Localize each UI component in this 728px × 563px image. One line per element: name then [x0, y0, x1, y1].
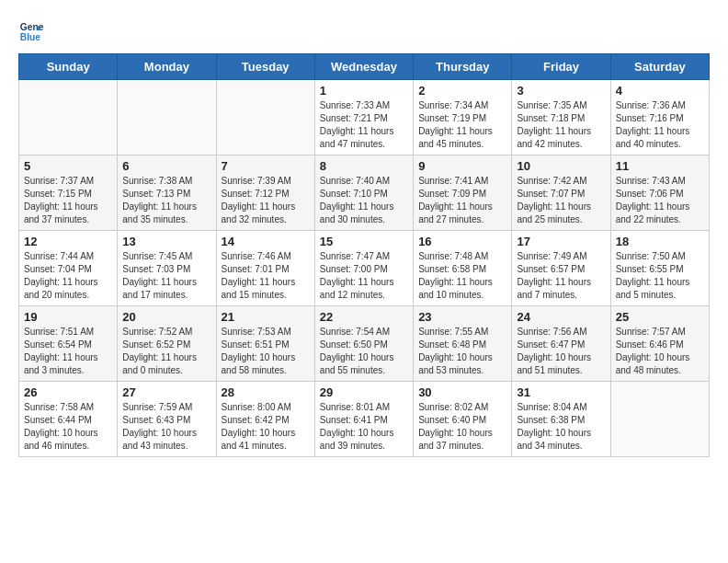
day-number: 23 — [418, 310, 506, 324]
calendar-cell: 21Sunrise: 7:53 AM Sunset: 6:51 PM Dayli… — [216, 306, 314, 382]
day-number: 4 — [616, 84, 704, 98]
day-info: Sunrise: 7:47 AM Sunset: 7:00 PM Dayligh… — [320, 250, 408, 302]
calendar-cell: 11Sunrise: 7:43 AM Sunset: 7:06 PM Dayli… — [610, 155, 709, 231]
day-number: 7 — [222, 159, 310, 173]
calendar-cell: 7Sunrise: 7:39 AM Sunset: 7:12 PM Daylig… — [216, 155, 314, 231]
calendar-cell: 15Sunrise: 7:47 AM Sunset: 7:00 PM Dayli… — [314, 231, 413, 306]
day-info: Sunrise: 8:00 AM Sunset: 6:42 PM Dayligh… — [222, 401, 310, 453]
weekday-header: Friday — [512, 54, 610, 80]
calendar-cell: 20Sunrise: 7:52 AM Sunset: 6:52 PM Dayli… — [118, 306, 216, 382]
calendar-cell: 2Sunrise: 7:34 AM Sunset: 7:19 PM Daylig… — [414, 80, 512, 155]
day-info: Sunrise: 8:04 AM Sunset: 6:38 PM Dayligh… — [517, 401, 605, 453]
day-info: Sunrise: 7:57 AM Sunset: 6:46 PM Dayligh… — [616, 326, 704, 377]
svg-text:Blue: Blue — [20, 32, 41, 42]
calendar-cell: 26Sunrise: 7:58 AM Sunset: 6:44 PM Dayli… — [19, 382, 118, 457]
day-number: 12 — [24, 235, 112, 248]
day-info: Sunrise: 7:42 AM Sunset: 7:07 PM Dayligh… — [517, 175, 605, 226]
calendar-cell — [216, 80, 314, 155]
day-info: Sunrise: 7:44 AM Sunset: 7:04 PM Dayligh… — [24, 250, 112, 302]
day-info: Sunrise: 7:33 AM Sunset: 7:21 PM Dayligh… — [320, 99, 408, 151]
calendar-cell: 1Sunrise: 7:33 AM Sunset: 7:21 PM Daylig… — [314, 80, 413, 155]
weekday-header: Thursday — [414, 54, 512, 80]
day-number: 3 — [517, 84, 605, 98]
day-number: 14 — [222, 235, 310, 248]
day-number: 19 — [24, 310, 112, 324]
calendar-cell: 29Sunrise: 8:01 AM Sunset: 6:41 PM Dayli… — [314, 382, 413, 457]
day-number: 17 — [517, 235, 605, 248]
weekday-header: Saturday — [610, 54, 709, 80]
day-info: Sunrise: 7:52 AM Sunset: 6:52 PM Dayligh… — [122, 326, 210, 377]
day-info: Sunrise: 7:41 AM Sunset: 7:09 PM Dayligh… — [418, 175, 506, 226]
calendar-cell: 8Sunrise: 7:40 AM Sunset: 7:10 PM Daylig… — [314, 155, 413, 231]
calendar-cell: 19Sunrise: 7:51 AM Sunset: 6:54 PM Dayli… — [19, 306, 118, 382]
calendar-cell: 3Sunrise: 7:35 AM Sunset: 7:18 PM Daylig… — [512, 80, 610, 155]
svg-text:General: General — [20, 22, 44, 32]
day-info: Sunrise: 7:49 AM Sunset: 6:57 PM Dayligh… — [517, 250, 605, 302]
calendar-cell: 31Sunrise: 8:04 AM Sunset: 6:38 PM Dayli… — [512, 382, 610, 457]
calendar-week-row: 26Sunrise: 7:58 AM Sunset: 6:44 PM Dayli… — [19, 382, 710, 457]
day-number: 30 — [418, 385, 506, 399]
day-info: Sunrise: 7:35 AM Sunset: 7:18 PM Dayligh… — [517, 99, 605, 151]
day-info: Sunrise: 7:48 AM Sunset: 6:58 PM Dayligh… — [418, 250, 506, 302]
day-info: Sunrise: 7:46 AM Sunset: 7:01 PM Dayligh… — [222, 250, 310, 302]
day-info: Sunrise: 7:34 AM Sunset: 7:19 PM Dayligh… — [418, 99, 506, 151]
weekday-header: Tuesday — [216, 54, 314, 80]
day-info: Sunrise: 7:53 AM Sunset: 6:51 PM Dayligh… — [222, 326, 310, 377]
day-info: Sunrise: 7:45 AM Sunset: 7:03 PM Dayligh… — [122, 250, 210, 302]
day-number: 5 — [24, 159, 112, 173]
day-number: 15 — [320, 235, 408, 248]
day-number: 1 — [320, 84, 408, 98]
day-number: 2 — [418, 84, 506, 98]
calendar-cell: 10Sunrise: 7:42 AM Sunset: 7:07 PM Dayli… — [512, 155, 610, 231]
day-number: 27 — [122, 385, 210, 399]
day-info: Sunrise: 8:02 AM Sunset: 6:40 PM Dayligh… — [418, 401, 506, 453]
day-info: Sunrise: 7:50 AM Sunset: 6:55 PM Dayligh… — [616, 250, 704, 302]
day-number: 18 — [616, 235, 704, 248]
day-number: 9 — [418, 159, 506, 173]
calendar-cell: 4Sunrise: 7:36 AM Sunset: 7:16 PM Daylig… — [610, 80, 709, 155]
day-number: 21 — [222, 310, 310, 324]
day-info: Sunrise: 7:55 AM Sunset: 6:48 PM Dayligh… — [418, 326, 506, 377]
calendar-cell: 23Sunrise: 7:55 AM Sunset: 6:48 PM Dayli… — [414, 306, 512, 382]
calendar-cell: 6Sunrise: 7:38 AM Sunset: 7:13 PM Daylig… — [118, 155, 216, 231]
page-header: General Blue — [18, 18, 710, 44]
day-info: Sunrise: 7:36 AM Sunset: 7:16 PM Dayligh… — [616, 99, 704, 151]
calendar-cell: 27Sunrise: 7:59 AM Sunset: 6:43 PM Dayli… — [118, 382, 216, 457]
calendar-cell: 18Sunrise: 7:50 AM Sunset: 6:55 PM Dayli… — [610, 231, 709, 306]
calendar-cell: 12Sunrise: 7:44 AM Sunset: 7:04 PM Dayli… — [19, 231, 118, 306]
day-number: 8 — [320, 159, 408, 173]
day-number: 11 — [616, 159, 704, 173]
calendar-cell: 24Sunrise: 7:56 AM Sunset: 6:47 PM Dayli… — [512, 306, 610, 382]
day-number: 26 — [24, 385, 112, 399]
calendar-week-row: 1Sunrise: 7:33 AM Sunset: 7:21 PM Daylig… — [19, 80, 710, 155]
calendar-table: SundayMondayTuesdayWednesdayThursdayFrid… — [18, 53, 710, 457]
day-number: 25 — [616, 310, 704, 324]
calendar-cell: 17Sunrise: 7:49 AM Sunset: 6:57 PM Dayli… — [512, 231, 610, 306]
day-number: 31 — [517, 385, 605, 399]
day-info: Sunrise: 7:37 AM Sunset: 7:15 PM Dayligh… — [24, 175, 112, 226]
day-number: 22 — [320, 310, 408, 324]
weekday-header: Sunday — [19, 54, 118, 80]
day-number: 16 — [418, 235, 506, 248]
day-info: Sunrise: 7:59 AM Sunset: 6:43 PM Dayligh… — [122, 401, 210, 453]
day-info: Sunrise: 7:51 AM Sunset: 6:54 PM Dayligh… — [24, 326, 112, 377]
calendar-cell: 5Sunrise: 7:37 AM Sunset: 7:15 PM Daylig… — [19, 155, 118, 231]
day-number: 28 — [222, 385, 310, 399]
calendar-week-row: 19Sunrise: 7:51 AM Sunset: 6:54 PM Dayli… — [19, 306, 710, 382]
day-info: Sunrise: 7:40 AM Sunset: 7:10 PM Dayligh… — [320, 175, 408, 226]
calendar-week-row: 5Sunrise: 7:37 AM Sunset: 7:15 PM Daylig… — [19, 155, 710, 231]
calendar-cell: 16Sunrise: 7:48 AM Sunset: 6:58 PM Dayli… — [414, 231, 512, 306]
weekday-header: Wednesday — [314, 54, 413, 80]
calendar-cell: 13Sunrise: 7:45 AM Sunset: 7:03 PM Dayli… — [118, 231, 216, 306]
day-info: Sunrise: 7:58 AM Sunset: 6:44 PM Dayligh… — [24, 401, 112, 453]
calendar-cell: 22Sunrise: 7:54 AM Sunset: 6:50 PM Dayli… — [314, 306, 413, 382]
day-info: Sunrise: 7:43 AM Sunset: 7:06 PM Dayligh… — [616, 175, 704, 226]
day-number: 6 — [122, 159, 210, 173]
day-number: 29 — [320, 385, 408, 399]
calendar-cell: 28Sunrise: 8:00 AM Sunset: 6:42 PM Dayli… — [216, 382, 314, 457]
day-info: Sunrise: 7:56 AM Sunset: 6:47 PM Dayligh… — [517, 326, 605, 377]
day-number: 10 — [517, 159, 605, 173]
calendar-week-row: 12Sunrise: 7:44 AM Sunset: 7:04 PM Dayli… — [19, 231, 710, 306]
calendar-cell: 25Sunrise: 7:57 AM Sunset: 6:46 PM Dayli… — [610, 306, 709, 382]
day-number: 24 — [517, 310, 605, 324]
